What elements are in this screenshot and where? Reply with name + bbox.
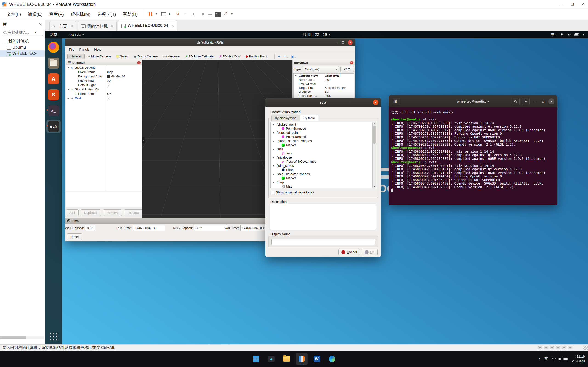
rviz-tool-button[interactable]: Move Camera: [86, 54, 113, 59]
topic-row[interactable]: ▾ PoseWithCovariance: [271, 159, 376, 164]
vmware-toolbar-icon[interactable]: [156, 12, 158, 17]
views-tree-row[interactable]: Near Clip ... ✓ 0.01: [294, 78, 354, 82]
ok-button[interactable]: ✓ OK: [362, 249, 378, 255]
displays-tree-row[interactable]: Fixed Frame ✓ OK: [66, 92, 142, 96]
rviz-tool-button[interactable]: 2D Nav Goal: [217, 54, 243, 59]
clock-menu[interactable]: 5月9日 22：19: [303, 32, 330, 37]
activities-button[interactable]: 活动: [50, 32, 58, 37]
displays-tree-row[interactable]: Frame Rate ✓ 30: [66, 78, 142, 83]
topic-row[interactable]: ▾ PointStamped: [271, 135, 376, 139]
topic-row[interactable]: ▾ Imu: [271, 151, 376, 155]
panel-close-icon[interactable]: ✕: [137, 61, 141, 65]
expander-icon[interactable]: ▶: [67, 97, 70, 99]
rviz-menu-item[interactable]: Panels: [77, 47, 92, 52]
rviz-titlebar[interactable]: default.rviz - RViz — ❐ ✕: [65, 39, 355, 46]
menu-hamburger-icon[interactable]: ≡: [522, 98, 530, 105]
system-tray-icons[interactable]: [552, 357, 568, 361]
input-language-indicator[interactable]: 英 ▾: [551, 32, 556, 37]
topic-row[interactable]: ▾ /local_detector_shapes: [271, 172, 376, 176]
vmware-toolbar-icon[interactable]: [192, 12, 197, 17]
expander-icon[interactable]: ▾: [273, 173, 275, 175]
expander-icon[interactable]: ▾: [273, 165, 275, 167]
start-button[interactable]: [250, 353, 262, 365]
vmware-tab[interactable]: 主页 ✕: [49, 21, 76, 31]
panel-collapse-handle[interactable]: ◂: [142, 137, 145, 143]
expander-icon[interactable]: ▾: [273, 132, 275, 134]
vmware-toolbar-icon[interactable]: [176, 12, 182, 17]
resize-grip[interactable]: [583, 346, 588, 350]
maximize-button[interactable]: ❐: [567, 0, 577, 8]
topic-row[interactable]: ▾ /joint_states: [271, 164, 376, 168]
vmware-menu-item[interactable]: 编辑(E): [25, 10, 45, 19]
reset-button[interactable]: Reset: [67, 234, 82, 240]
vmware-tab[interactable]: WHEELTEC-UB20.04 ✕: [118, 20, 177, 31]
word-icon[interactable]: W: [311, 353, 323, 365]
taskbar-clock[interactable]: 22:19 2025/5/9: [572, 354, 585, 363]
add-tool-icon[interactable]: +: [278, 54, 280, 59]
close-button[interactable]: ✕: [577, 0, 588, 8]
topic-row[interactable]: ▾ Map: [271, 184, 376, 188]
library-search-input[interactable]: [8, 30, 33, 34]
vmware-toolbar-icon[interactable]: [223, 12, 229, 17]
expander-icon[interactable]: ▼: [67, 66, 70, 69]
topic-row[interactable]: ▾ PointStamped: [271, 126, 376, 131]
vmware-menu-item[interactable]: 选项卡(T): [94, 10, 119, 19]
topic-row[interactable]: ▾ Marker: [271, 143, 376, 147]
time-value-input[interactable]: 3.32: [85, 225, 95, 231]
vmware-menu-item[interactable]: 查看(V): [46, 10, 67, 19]
expander-icon[interactable]: ▾: [273, 181, 275, 184]
views-tree-row[interactable]: Distance ✓ 10: [294, 90, 354, 94]
language-indicator[interactable]: 英: [545, 357, 548, 361]
topic-list[interactable]: ▾ /clicked_point ▾ PointStamped ▾ /detec…: [270, 122, 376, 188]
show-applications-icon[interactable]: [49, 332, 58, 341]
rviz-tool-button[interactable]: Measure: [161, 54, 182, 59]
new-tab-icon[interactable]: ⊞: [391, 98, 400, 105]
displays-tree-row[interactable]: ▼ Global Options ✓: [66, 65, 142, 70]
topic-row[interactable]: ▾ Marker: [271, 176, 376, 180]
system-status-area[interactable]: 英 ▾ ▾: [551, 32, 588, 37]
terminal-titlebar[interactable]: ⊞ wheeltec@noetic: ~ ≡ — □ ✕: [389, 95, 557, 108]
dock-app-icon[interactable]: [46, 57, 61, 70]
expander-icon[interactable]: ▼: [67, 88, 70, 91]
dock-app-icon[interactable]: [46, 41, 61, 54]
show-unvisualizable-checkbox[interactable]: [271, 191, 274, 194]
edge-browser-icon[interactable]: [326, 353, 338, 365]
expander-icon[interactable]: ▾: [273, 148, 275, 150]
views-tree-row[interactable]: Focal Shap... ✓ 0.05: [294, 94, 354, 98]
vmware-toolbar-icon[interactable]: [208, 12, 213, 17]
displays-tree-row[interactable]: Fixed Frame ✓ map: [66, 70, 142, 74]
topic-row[interactable]: ▾ /imu: [271, 147, 376, 151]
vmware-toolbar-icon[interactable]: [161, 12, 166, 17]
focused-app-menu[interactable]: RViz rviz ▾: [69, 33, 84, 37]
dock-app-icon[interactable]: >_: [46, 104, 61, 117]
vmware-taskbar-icon[interactable]: [296, 353, 308, 365]
search-dropdown-icon[interactable]: ▼: [35, 31, 37, 34]
topic-row[interactable]: ▾ /map: [271, 180, 376, 184]
vmware-menu-item[interactable]: 帮助(H): [120, 10, 141, 19]
dock-app-icon[interactable]: S: [46, 88, 61, 101]
vmware-toolbar-icon[interactable]: [215, 12, 221, 17]
remove-tool-icon[interactable]: −: [283, 54, 285, 59]
vmware-menu-item[interactable]: 虚拟机(M): [68, 10, 93, 19]
library-tree-item[interactable]: 我的计算机: [0, 38, 44, 44]
expander-icon[interactable]: ▾: [273, 123, 275, 126]
displays-panel-header[interactable]: Displays ✕: [66, 60, 142, 65]
time-value-input[interactable]: 3.32: [194, 225, 227, 231]
minimize-button[interactable]: —: [556, 0, 567, 8]
terminal-output[interactable]: 尝试 sudo apt install <deb name>wheeltec@n…: [389, 108, 557, 192]
close-button[interactable]: ✕: [548, 99, 554, 104]
device-status-icon[interactable]: [562, 346, 566, 349]
views-type-combobox[interactable]: Orbit (rviz)▾: [303, 66, 339, 72]
expander-icon[interactable]: ▾: [273, 156, 275, 159]
library-tree-item[interactable]: Ubuntu: [0, 44, 44, 50]
dialog-titlebar[interactable]: rviz ✕: [265, 98, 381, 107]
tab-close-icon[interactable]: ✕: [70, 24, 73, 28]
library-hscrollbar[interactable]: [0, 336, 44, 339]
rviz-tool-button[interactable]: Publish Point: [243, 54, 269, 59]
displays-tree-row[interactable]: ▼ Global Status: Ok ✓: [66, 87, 142, 92]
checkbox[interactable]: ✓: [107, 97, 110, 100]
panel-close-icon[interactable]: ✕: [350, 61, 353, 65]
displays-tree-row[interactable]: Default Light ✓: [66, 83, 142, 87]
displays-action-button[interactable]: Duplicate: [81, 209, 101, 216]
rviz-menu-item[interactable]: File: [67, 47, 77, 52]
